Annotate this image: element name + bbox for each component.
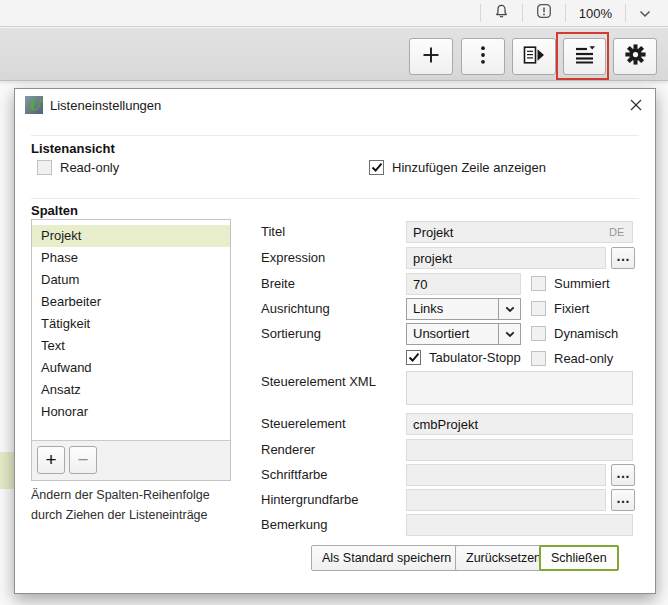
schriftfarbe-label: Schriftfarbe [261, 464, 327, 486]
report-button[interactable] [512, 38, 556, 75]
list-item-text[interactable]: Text [32, 335, 230, 357]
list-settings-button[interactable] [563, 38, 606, 75]
breite-label: Breite [261, 273, 295, 295]
list-item-datum[interactable]: Datum [32, 269, 230, 291]
reorder-hint-line2: durch Ziehen der Listeneinträge [31, 508, 208, 522]
list-item-honorar[interactable]: Honorar [32, 401, 230, 423]
ausrichtung-dropdown[interactable]: Links [406, 298, 521, 320]
checkbox-label: Read-only [554, 351, 613, 366]
list-settings-dialog: U Listeneinstellungen Listenansicht Read… [14, 88, 656, 594]
divider [565, 4, 566, 22]
steuerelement-xml-input[interactable] [406, 371, 633, 405]
summiert-checkbox[interactable]: Summiert [531, 275, 610, 292]
titel-input[interactable] [406, 221, 633, 243]
sortierung-label: Sortierung [261, 323, 321, 345]
checkbox-box [369, 160, 384, 175]
close-icon [629, 98, 643, 116]
divider [522, 4, 523, 22]
language-badge: DE [609, 226, 624, 238]
columns-list: Projekt Phase Datum Bearbeiter Tätigkeit… [32, 220, 230, 441]
report-document-icon [523, 46, 545, 68]
logo-letter: U [28, 96, 40, 114]
columns-listbox: Projekt Phase Datum Bearbeiter Tätigkeit… [31, 219, 231, 481]
list-item-bearbeiter[interactable]: Bearbeiter [32, 291, 230, 313]
close-dialog-button[interactable]: Schließen [539, 545, 619, 571]
expression-more-button[interactable]: … [611, 247, 635, 269]
divider [480, 4, 481, 22]
list-settings-icon [574, 45, 596, 68]
add-column-button[interactable]: + [37, 446, 65, 474]
app-window: 100% [0, 0, 668, 605]
checkbox-label: Summiert [554, 276, 610, 291]
alert-icon [536, 3, 552, 23]
titel-label: Titel [261, 221, 285, 243]
checkbox-box [37, 160, 52, 175]
list-item-aufwand[interactable]: Aufwand [32, 357, 230, 379]
hintergrundfarbe-label: Hintergrundfarbe [261, 489, 359, 511]
dynamisch-checkbox[interactable]: Dynamisch [531, 325, 618, 342]
chevron-down-icon [498, 324, 520, 344]
menu-expand-button[interactable] [628, 0, 662, 26]
list-item-ansatz[interactable]: Ansatz [32, 379, 230, 401]
sortierung-dropdown[interactable]: Unsortiert [406, 323, 521, 345]
ausrichtung-value: Links [407, 299, 498, 319]
fixiert-checkbox[interactable]: Fixiert [531, 300, 589, 317]
save-as-default-button[interactable]: Als Standard speichern [311, 545, 462, 571]
checkbox-box [531, 276, 546, 291]
chevron-down-icon [498, 299, 520, 319]
listenansicht-heading: Listenansicht [31, 141, 115, 156]
spalten-heading: Spalten [31, 203, 78, 218]
checkbox-label: Fixiert [554, 301, 589, 316]
expression-input[interactable] [406, 247, 606, 269]
renderer-input[interactable] [406, 439, 633, 461]
zoom-level-value: 100% [579, 6, 612, 21]
checkbox-box [531, 301, 546, 316]
gear-icon [625, 44, 646, 69]
bemerkung-input[interactable] [406, 514, 633, 536]
zoom-level-control[interactable]: 100% [568, 0, 623, 26]
list-item-phase[interactable]: Phase [32, 247, 230, 269]
notifications-button[interactable] [483, 0, 520, 26]
ausrichtung-label: Ausrichtung [261, 298, 330, 320]
checkbox-box [531, 326, 546, 341]
add-button[interactable] [409, 38, 453, 75]
steuerelement-xml-label: Steuerelement XML [261, 371, 376, 393]
plus-icon [421, 45, 441, 69]
steuerelement-label: Steuerelement [261, 413, 346, 435]
alerts-button[interactable] [525, 0, 563, 26]
checkbox-label: Tabulator-Stopp [429, 350, 521, 365]
list-item-taetigkeit[interactable]: Tätigkeit [32, 313, 230, 335]
reset-button[interactable]: Zurücksetzen [455, 545, 552, 571]
checkbox-box [531, 351, 546, 366]
expression-label: Expression [261, 247, 325, 269]
close-button[interactable] [625, 96, 647, 118]
breite-input[interactable] [406, 273, 521, 295]
schriftfarbe-more-button[interactable]: … [611, 464, 635, 486]
hintergrundfarbe-more-button[interactable]: … [611, 489, 635, 511]
checkbox-label: Dynamisch [554, 326, 618, 341]
steuerelement-input[interactable] [406, 413, 633, 435]
kebab-menu-icon [480, 45, 486, 69]
list-item-projekt[interactable]: Projekt [32, 225, 230, 247]
main-toolbar [0, 28, 668, 81]
dialog-title: Listeneinstellungen [50, 98, 161, 113]
show-add-row-checkbox[interactable]: Hinzufügen Zeile anzeigen [369, 159, 546, 176]
checkbox-label: Read-only [60, 160, 119, 175]
remove-column-button[interactable]: − [69, 446, 97, 474]
bell-icon [494, 3, 509, 23]
chevron-down-icon [639, 4, 651, 22]
section-divider [31, 198, 639, 199]
checkbox-box [406, 350, 421, 365]
top-status-bar: 100% [0, 0, 668, 27]
section-divider [31, 135, 639, 136]
schriftfarbe-input[interactable] [406, 464, 606, 486]
app-logo: U [25, 96, 43, 114]
bemerkung-label: Bemerkung [261, 514, 327, 536]
hintergrundfarbe-input[interactable] [406, 489, 606, 511]
readonly-view-checkbox[interactable]: Read-only [37, 159, 119, 176]
tabulator-stopp-checkbox[interactable]: Tabulator-Stopp [406, 349, 521, 366]
more-options-button[interactable] [461, 38, 505, 75]
sortierung-value: Unsortiert [407, 324, 498, 344]
settings-button[interactable] [613, 38, 657, 75]
readonly-column-checkbox[interactable]: Read-only [531, 350, 613, 367]
